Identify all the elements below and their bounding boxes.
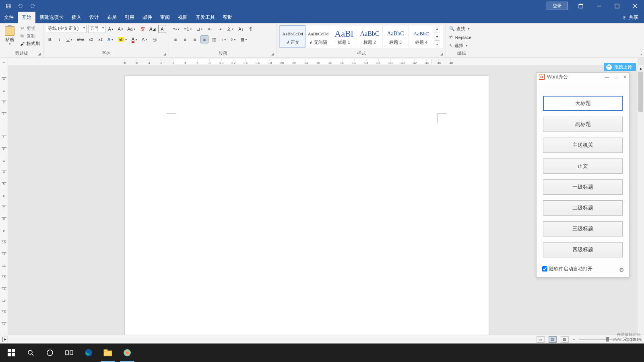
scroll-up-icon[interactable]: ▲: [638, 65, 644, 72]
font-name-select[interactable]: 等线 (中文正文): [46, 25, 87, 33]
tab-10[interactable]: 帮助: [219, 12, 237, 23]
bullets-button[interactable]: ≡•▼: [171, 25, 181, 33]
clipboard-launcher-icon[interactable]: ◢: [37, 52, 41, 57]
plugin-minimize-icon[interactable]: —: [605, 74, 609, 80]
vertical-scrollbar[interactable]: ▲ ▼: [638, 65, 644, 350]
task-view-button[interactable]: [60, 343, 79, 362]
styles-launcher-icon[interactable]: ◢: [439, 52, 444, 57]
shrink-font-button[interactable]: A▼: [117, 25, 125, 33]
phonetic-guide-button[interactable]: 变: [138, 25, 147, 33]
plugin-btn-4[interactable]: 一级标题: [543, 179, 623, 195]
bold-button[interactable]: B: [46, 35, 54, 43]
clear-formatting-button[interactable]: A◢: [148, 25, 157, 33]
highlight-button[interactable]: ab▼: [117, 35, 129, 43]
tab-1[interactable]: 新建选项卡: [35, 12, 68, 23]
document-page[interactable]: [125, 76, 489, 350]
underline-button[interactable]: U▼: [65, 35, 74, 43]
paragraph-launcher-icon[interactable]: ◢: [270, 52, 275, 57]
scroll-thumb[interactable]: [638, 72, 643, 112]
macro-record-icon[interactable]: ▶: [2, 337, 8, 342]
find-button[interactable]: 🔍查找▼: [448, 25, 475, 33]
distributed-button[interactable]: ▥: [210, 35, 218, 43]
replace-button[interactable]: ᵃ⁄ᵇReplace: [448, 33, 475, 41]
style-item-1[interactable]: AaBbCcDd↲ 无间隔: [305, 25, 331, 48]
gear-icon[interactable]: ⚙: [619, 267, 624, 273]
align-right-button[interactable]: ≡: [191, 35, 199, 43]
redo-icon[interactable]: [29, 2, 36, 10]
plugin-btn-2[interactable]: 主送机关: [543, 138, 623, 153]
login-button[interactable]: 登录: [547, 2, 568, 10]
strikethrough-button[interactable]: abc: [76, 35, 85, 43]
drag-upload-badge[interactable]: 拖拽上传: [604, 63, 636, 71]
superscript-button[interactable]: x2: [97, 35, 105, 43]
minimize-icon[interactable]: [590, 0, 608, 12]
start-button[interactable]: [2, 343, 21, 362]
plugin-btn-6[interactable]: 三级标题: [543, 221, 623, 237]
change-case-button[interactable]: Aa▼: [126, 25, 137, 33]
app-taskbar-icon[interactable]: [118, 343, 137, 362]
collapse-ribbon-icon[interactable]: ⌃: [640, 53, 643, 58]
plugin-btn-7[interactable]: 四级标题: [543, 242, 623, 257]
paste-button[interactable]: 粘贴 ▼: [2, 25, 17, 46]
select-button[interactable]: ↖选择▼: [448, 42, 475, 49]
plugin-btn-1[interactable]: 副标题: [543, 117, 623, 132]
tab-7[interactable]: 审阅: [156, 12, 174, 23]
share-button[interactable]: 共享: [617, 12, 644, 23]
tab-8[interactable]: 视图: [174, 12, 192, 23]
plugin-btn-5[interactable]: 二级标题: [543, 200, 623, 216]
cut-button[interactable]: ✂剪切: [19, 25, 41, 32]
sort-button[interactable]: A↓: [237, 25, 245, 33]
decrease-indent-button[interactable]: ⇤: [206, 25, 214, 33]
explorer-taskbar-icon[interactable]: [98, 343, 118, 362]
style-item-0[interactable]: AaBbCcDd↲ 正文: [280, 25, 305, 48]
web-layout-button[interactable]: ▦: [561, 336, 569, 343]
enclose-button[interactable]: ㊕: [151, 35, 159, 43]
save-icon[interactable]: [5, 2, 12, 10]
zoom-out-button[interactable]: −: [573, 337, 575, 342]
plugin-maximize-icon[interactable]: □: [615, 74, 617, 80]
font-launcher-icon[interactable]: ◢: [162, 52, 167, 57]
cortana-button[interactable]: [40, 343, 60, 362]
edge-taskbar-icon[interactable]: [79, 343, 98, 362]
align-left-button[interactable]: ≡: [171, 35, 180, 43]
style-item-4[interactable]: AaBbC标题 3: [383, 25, 409, 48]
font-size-select[interactable]: 五号: [88, 25, 105, 33]
style-item-3[interactable]: AaBbC标题 2: [357, 25, 383, 48]
character-shading-button[interactable]: A▼: [140, 35, 149, 43]
maximize-icon[interactable]: [608, 0, 626, 12]
tab-file[interactable]: 文件: [0, 12, 18, 23]
justify-button[interactable]: ≡: [200, 35, 208, 43]
format-painter-button[interactable]: 🖌格式刷: [19, 40, 41, 47]
tab-0[interactable]: 开始: [18, 12, 35, 23]
increase-indent-button[interactable]: ⇥: [216, 25, 224, 33]
tab-4[interactable]: 布局: [103, 12, 121, 23]
copy-button[interactable]: ⧉复制: [19, 33, 41, 39]
styles-expand-icon[interactable]: ▾: [434, 41, 440, 48]
borders-button[interactable]: ▦▼: [239, 35, 249, 43]
tab-5[interactable]: 引用: [121, 12, 138, 23]
read-mode-button[interactable]: ▭: [537, 336, 545, 343]
plugin-btn-0[interactable]: 大标题: [543, 96, 623, 111]
tab-2[interactable]: 插入: [68, 12, 85, 23]
asian-layout-button[interactable]: 文▼: [225, 25, 235, 33]
tab-6[interactable]: 邮件: [138, 12, 156, 23]
styles-scroll-up-icon[interactable]: ▲: [434, 25, 440, 33]
autolaunch-checkbox[interactable]: [542, 266, 547, 272]
tab-3[interactable]: 设计: [85, 12, 103, 23]
print-layout-button[interactable]: ▤: [549, 336, 557, 343]
enclose-characters-button[interactable]: A: [158, 25, 166, 33]
search-button[interactable]: [21, 343, 40, 362]
shading-button[interactable]: ◊▼: [229, 35, 237, 43]
plugin-close-icon[interactable]: ✕: [623, 74, 627, 80]
close-icon[interactable]: [626, 0, 644, 12]
line-spacing-button[interactable]: ↕▼: [220, 35, 228, 43]
numbering-button[interactable]: ≡1▼: [183, 25, 193, 33]
multilevel-list-button[interactable]: ⊟▼: [195, 25, 204, 33]
style-item-5[interactable]: AaBbC标题 4: [409, 25, 434, 48]
tab-selector[interactable]: ∟: [0, 58, 8, 65]
tab-9[interactable]: 开发工具: [192, 12, 219, 23]
grow-font-button[interactable]: A▲: [107, 25, 115, 33]
subscript-button[interactable]: x2: [87, 35, 95, 43]
plugin-btn-3[interactable]: 正文: [543, 158, 623, 174]
undo-icon[interactable]: [17, 2, 24, 10]
